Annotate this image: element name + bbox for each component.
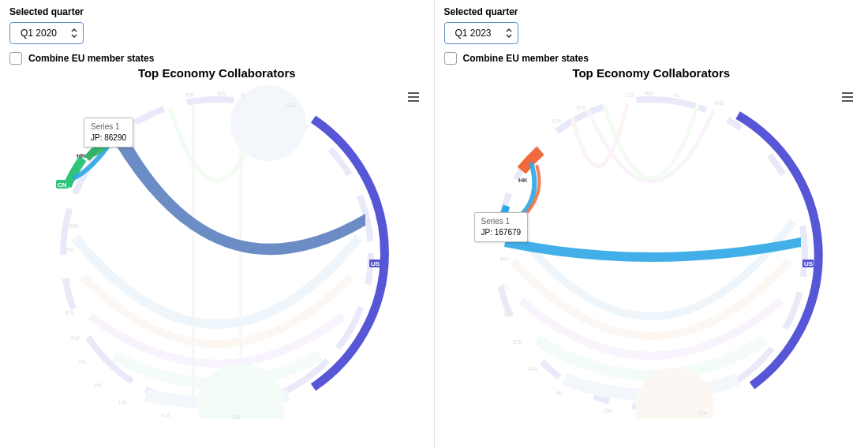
svg-text:GB: GB: [714, 99, 724, 106]
svg-text:DE: DE: [604, 407, 613, 414]
combine-eu-checkbox[interactable]: [444, 52, 457, 65]
svg-text:BD: BD: [645, 90, 654, 97]
svg-text:IN: IN: [95, 382, 101, 389]
svg-text:IN: IN: [556, 390, 563, 397]
svg-text:ES: ES: [513, 338, 522, 345]
ribbon-jp-us: [504, 237, 801, 262]
svg-text:CZ: CZ: [626, 91, 634, 99]
chart-title: Top Economy Collaborators: [444, 66, 859, 80]
chart-panel-0: Selected quarter Q1 2020 Combine EU memb…: [0, 0, 434, 448]
node-label-us: US: [371, 260, 380, 267]
svg-text:AU: AU: [70, 334, 80, 342]
dashboard-container: Selected quarter Q1 2020 Combine EU memb…: [0, 0, 868, 448]
svg-text:GB: GB: [286, 102, 296, 109]
node-label-cn: CN: [58, 181, 67, 189]
svg-text:RR: RR: [185, 91, 195, 99]
filter-label: Selected quarter: [9, 6, 425, 17]
node-label-us: US: [804, 260, 814, 267]
chord-background: RR SG IL GB BD RU PL ES AU NL IN FR CA D…: [63, 85, 371, 419]
node-label-hk: HK: [518, 177, 528, 184]
quarter-select-wrap: Q1 2020: [9, 22, 84, 44]
svg-text:CA: CA: [162, 412, 171, 419]
chord-chart-0[interactable]: RR SG IL GB BD RU PL ES AU NL IN FR CA D…: [9, 80, 425, 427]
svg-text:PL: PL: [64, 278, 72, 285]
node-label-hk: HK: [77, 152, 86, 159]
combine-eu-row: Combine EU member states: [444, 52, 859, 65]
svg-text:CN: CN: [552, 118, 562, 125]
svg-text:SG: SG: [217, 90, 226, 97]
svg-text:IL: IL: [675, 91, 680, 99]
svg-text:AU: AU: [499, 256, 509, 263]
svg-text:SG: SG: [576, 104, 586, 111]
filter-label: Selected quarter: [444, 6, 859, 17]
combine-eu-row: Combine EU member states: [9, 52, 425, 65]
svg-text:FR: FR: [529, 366, 537, 373]
svg-text:NL: NL: [504, 311, 513, 318]
svg-text:CA: CA: [698, 409, 708, 416]
chart-panel-1: Selected quarter Q1 2023 Combine EU memb…: [434, 0, 869, 448]
quarter-select[interactable]: Q1 2020: [9, 22, 84, 44]
chart-title: Top Economy Collaborators: [9, 66, 425, 80]
svg-text:PL: PL: [501, 283, 509, 290]
combine-eu-label: Combine EU member states: [463, 53, 589, 64]
svg-text:BD: BD: [69, 222, 79, 230]
svg-text:NL: NL: [79, 358, 88, 365]
svg-text:FR: FR: [118, 399, 127, 406]
quarter-select[interactable]: Q1 2023: [444, 22, 518, 44]
svg-text:ES: ES: [65, 309, 74, 316]
combine-eu-checkbox[interactable]: [9, 52, 22, 65]
chord-chart-1[interactable]: BD IL CZ GB SG CN IT RU AU PL NL ES FR I…: [444, 80, 859, 427]
svg-text:RU: RU: [65, 246, 75, 253]
svg-text:IL: IL: [241, 91, 246, 99]
combine-eu-label: Combine EU member states: [28, 53, 154, 64]
svg-text:DE: DE: [233, 413, 242, 419]
quarter-select-wrap: Q1 2023: [444, 22, 518, 44]
